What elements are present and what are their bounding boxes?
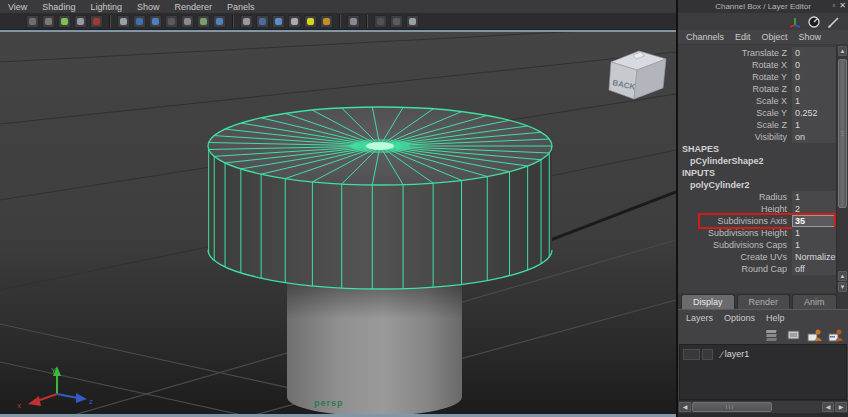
channel-box-menu-item[interactable]: Show	[799, 32, 822, 42]
scroll-up-button-bottom[interactable]: ▲	[838, 271, 847, 281]
panel-menu-item[interactable]: Lighting	[90, 2, 122, 12]
layer-editor-hscrollbar[interactable]: ◀ ◀ ▶	[678, 400, 848, 413]
channel-row[interactable]: Visibility on	[678, 131, 836, 143]
layers-stack-icon[interactable]	[765, 328, 780, 341]
hscroll-track[interactable]	[773, 402, 821, 412]
channel-value-field[interactable]: 0	[792, 83, 836, 95]
2d-pan-zoom-icon[interactable]	[117, 15, 130, 28]
create-empty-layer-icon[interactable]	[807, 328, 822, 342]
channel-value-field[interactable]: 1	[792, 239, 836, 251]
panel-menu-item[interactable]: View	[8, 2, 27, 12]
hscroll-left-button-right[interactable]: ◀	[822, 402, 834, 412]
manipulator-axis-icon[interactable]	[789, 16, 801, 28]
channel-value-field[interactable]: 0	[792, 59, 836, 71]
bookmark-icon[interactable]	[74, 15, 87, 28]
channel-row[interactable]: Subdivisions Caps 1	[678, 239, 836, 251]
scrollbar-track[interactable]	[838, 57, 847, 270]
safe-action-icon[interactable]	[197, 15, 210, 28]
layer-editor-menu-item[interactable]: Help	[766, 313, 785, 323]
channel-value-field[interactable]: on	[792, 131, 836, 143]
channel-row[interactable]: Height 2	[678, 203, 836, 215]
channel-row[interactable]: Translate Z 0	[678, 47, 836, 59]
channel-row[interactable]: Subdivisions Height 1	[678, 227, 836, 239]
lock-camera-icon[interactable]	[42, 15, 55, 28]
layer-color-swatch[interactable]: ∕	[721, 349, 723, 360]
channel-row[interactable]: Rotate X 0	[678, 59, 836, 71]
checkered-ball-icon[interactable]	[288, 15, 301, 28]
channel-value-field[interactable]: 0	[792, 71, 836, 83]
hscroll-thumb[interactable]	[692, 402, 772, 412]
dock-panel-icon[interactable]: ▫	[832, 1, 835, 10]
panel-menu-item[interactable]: Shading	[42, 2, 75, 12]
channel-row[interactable]: Create UVs Normalize ..	[678, 251, 836, 263]
toolbar-icon[interactable]	[339, 15, 341, 28]
hscroll-left-button[interactable]: ◀	[679, 402, 691, 412]
channel-value-field[interactable]: 1	[792, 191, 836, 203]
layer-display-type-toggle[interactable]	[702, 349, 713, 360]
scrollbar-thumb[interactable]	[838, 59, 847, 208]
channel-value-field[interactable]: 1	[792, 119, 836, 131]
channel-row[interactable]: Round Cap off	[678, 263, 836, 275]
all-lights-icon[interactable]	[320, 15, 333, 28]
channel-row[interactable]: Scale Z 1	[678, 119, 836, 131]
pen-icon[interactable]	[827, 16, 840, 28]
channel-value-field[interactable]: off	[792, 263, 836, 275]
resolution-gate-icon[interactable]	[149, 15, 162, 28]
layer-editor-menu-item[interactable]: Layers	[686, 313, 713, 323]
channel-row[interactable]: Rotate Z 0	[678, 83, 836, 95]
image-plane-icon[interactable]	[90, 15, 103, 28]
tab-anim[interactable]: Anim	[792, 294, 837, 309]
channel-row[interactable]: Radius 1	[678, 191, 836, 203]
isolate-select-icon[interactable]	[374, 15, 387, 28]
shaded-icon[interactable]	[256, 15, 269, 28]
channel-row[interactable]: pCylinderShape2	[678, 155, 836, 167]
channel-value-field[interactable]: 35	[792, 215, 836, 227]
textured-icon[interactable]	[272, 15, 285, 28]
layer-visibility-toggle[interactable]	[683, 349, 700, 360]
field-chart-icon[interactable]	[181, 15, 194, 28]
camera-attributes-icon[interactable]	[58, 15, 71, 28]
select-camera-icon[interactable]	[26, 15, 39, 28]
viewport-canvas[interactable]: BACK Y x z persp	[0, 30, 676, 417]
tab-render[interactable]: Render	[737, 294, 791, 309]
channel-row[interactable]: Subdivisions Axis 35	[678, 215, 836, 227]
toolbar-icon[interactable]	[366, 15, 368, 28]
toolbar-icon[interactable]	[109, 15, 111, 28]
channel-value-field[interactable]: 1	[792, 95, 836, 107]
speed-gauge-icon[interactable]	[808, 16, 820, 28]
layer-editor-menu-item[interactable]: Options	[724, 313, 755, 323]
channel-row[interactable]: Scale X 1	[678, 95, 836, 107]
channel-value-field[interactable]: 0	[792, 47, 836, 59]
wireframe-icon[interactable]	[240, 15, 253, 28]
close-panel-icon[interactable]: ✕	[839, 1, 846, 10]
background-cylinder[interactable]	[287, 277, 462, 416]
channel-value-field[interactable]: 1	[792, 227, 836, 239]
panel-menu-item[interactable]: Renderer	[174, 2, 212, 12]
panel-menu-item[interactable]: Show	[137, 2, 160, 12]
shadows-icon[interactable]	[347, 15, 360, 28]
panel-menu-item[interactable]: Panels	[227, 2, 255, 12]
layer-row[interactable]: ∕ layer1	[680, 347, 846, 361]
safe-title-icon[interactable]	[213, 15, 226, 28]
channel-box-scrollbar[interactable]: ▲ ▲ ▼	[836, 45, 848, 293]
channel-value-field[interactable]: 0.252	[792, 107, 836, 119]
hscroll-right-button[interactable]: ▶	[835, 402, 847, 412]
channel-row[interactable]: Scale Y 0.252	[678, 107, 836, 119]
tab-display[interactable]: Display	[681, 294, 735, 309]
share-nodes-icon[interactable]	[406, 15, 419, 28]
channel-value-field[interactable]: 2	[792, 203, 836, 215]
film-gate-icon[interactable]	[133, 15, 146, 28]
create-layer-from-selected-icon[interactable]	[828, 328, 843, 342]
channel-value-field[interactable]: Normalize ..	[792, 251, 836, 263]
toolbar-icon[interactable]	[232, 15, 234, 28]
gate-mask-icon[interactable]	[165, 15, 178, 28]
scroll-up-button[interactable]: ▲	[838, 46, 847, 56]
channel-box-menu-item[interactable]: Object	[762, 32, 788, 42]
layers-edit-icon[interactable]	[786, 328, 801, 341]
channel-box-menu-item[interactable]: Edit	[735, 32, 751, 42]
channel-row[interactable]: polyCylinder2	[678, 179, 836, 191]
channel-box-menu-item[interactable]: Channels	[686, 32, 724, 42]
frame-selection-icon[interactable]	[390, 15, 403, 28]
default-light-icon[interactable]	[304, 15, 317, 28]
channel-row[interactable]: Rotate Y 0	[678, 71, 836, 83]
